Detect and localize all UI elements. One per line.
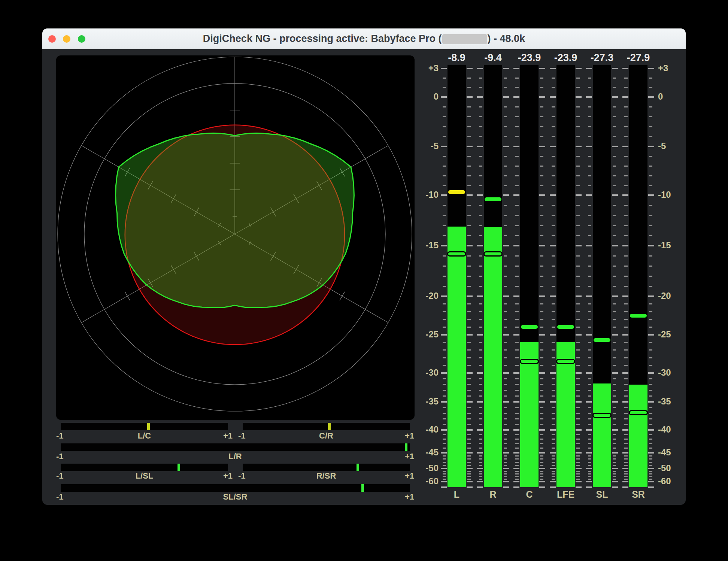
minor-tick — [540, 473, 543, 474]
minor-tick — [515, 384, 519, 385]
major-tick — [513, 68, 519, 69]
major-tick — [539, 245, 545, 246]
minor-tick — [504, 136, 507, 137]
major-tick — [503, 146, 509, 147]
minor-tick — [613, 349, 616, 351]
minor-tick — [576, 465, 580, 466]
minor-tick — [467, 126, 471, 127]
minor-tick — [576, 479, 580, 480]
major-tick — [550, 295, 556, 297]
major-tick — [467, 334, 473, 336]
scale-label-right: -10 — [658, 189, 686, 200]
minor-tick — [649, 87, 652, 88]
minor-tick — [624, 327, 628, 328]
major-tick — [539, 429, 545, 431]
major-tick — [550, 96, 556, 98]
major-tick — [622, 146, 628, 147]
minor-tick — [588, 455, 591, 457]
minor-tick — [552, 136, 555, 137]
scale-label-right: -40 — [658, 424, 686, 435]
minor-tick — [613, 413, 616, 414]
minor-tick — [515, 479, 519, 480]
major-tick — [513, 146, 519, 147]
minor-tick — [649, 434, 652, 435]
digicheck-window: DigiCheck NG - processing active: Babyfa… — [42, 28, 686, 505]
minor-tick — [588, 458, 591, 460]
minor-tick — [576, 266, 580, 267]
minor-tick — [624, 390, 628, 391]
zoom-button[interactable] — [78, 35, 85, 43]
major-tick — [550, 486, 556, 488]
minor-tick — [624, 136, 628, 137]
minor-tick — [624, 116, 628, 117]
minor-tick — [467, 311, 471, 312]
major-tick — [586, 96, 592, 98]
minor-tick — [467, 255, 471, 257]
minor-tick — [540, 319, 543, 320]
minor-tick — [649, 458, 652, 460]
minor-tick — [613, 473, 616, 474]
minor-tick — [613, 479, 616, 480]
minor-tick — [613, 255, 616, 257]
minor-tick — [576, 384, 580, 385]
major-tick — [513, 401, 519, 403]
minor-tick — [504, 390, 507, 391]
minor-tick — [613, 424, 616, 425]
close-button[interactable] — [48, 35, 56, 43]
minor-tick — [504, 349, 507, 351]
minor-tick — [613, 175, 616, 176]
minor-tick — [467, 276, 471, 277]
major-tick — [622, 245, 628, 246]
minor-tick — [479, 390, 482, 391]
minor-tick — [552, 225, 555, 226]
minor-tick — [613, 448, 616, 449]
minor-tick — [613, 205, 616, 206]
minor-tick — [540, 476, 543, 477]
minor-tick — [540, 327, 543, 328]
major-tick — [539, 468, 545, 469]
major-tick — [576, 372, 582, 374]
minor-tick — [479, 136, 482, 137]
minor-tick — [540, 465, 543, 466]
major-tick — [513, 334, 519, 336]
minor-tick — [443, 126, 446, 127]
minor-tick — [649, 378, 652, 379]
minor-tick — [467, 365, 471, 366]
minor-tick — [624, 126, 628, 127]
minor-tick — [552, 434, 555, 435]
minor-tick — [479, 342, 482, 343]
minor-tick — [515, 365, 519, 366]
minor-tick — [540, 303, 543, 304]
scale-label-left: -40 — [401, 424, 439, 435]
minor-tick — [649, 476, 652, 477]
minor-tick — [540, 418, 543, 419]
minor-tick — [504, 357, 507, 358]
major-tick — [648, 401, 654, 403]
minor-tick — [552, 476, 555, 477]
minor-tick — [504, 342, 507, 343]
minor-tick — [443, 424, 446, 425]
minor-tick — [504, 319, 507, 320]
major-tick — [513, 481, 519, 482]
minor-tick — [540, 434, 543, 435]
minor-tick — [443, 286, 446, 287]
minimize-button[interactable] — [63, 35, 70, 43]
minor-tick — [613, 87, 616, 88]
minor-tick — [479, 276, 482, 277]
minor-tick — [588, 303, 591, 304]
major-tick — [539, 146, 545, 147]
minor-tick — [649, 327, 652, 328]
minor-tick — [576, 395, 580, 397]
scale-label-right: -5 — [658, 141, 686, 151]
minor-tick — [540, 78, 543, 79]
minor-tick — [552, 349, 555, 351]
minor-tick — [649, 116, 652, 117]
major-tick — [539, 96, 545, 98]
major-tick — [550, 245, 556, 246]
major-tick — [467, 468, 473, 469]
scale-label-right: -45 — [658, 447, 686, 458]
minor-tick — [504, 255, 507, 257]
minor-tick — [649, 462, 652, 463]
scale-label-left: -15 — [401, 240, 439, 251]
minor-tick — [624, 407, 628, 408]
